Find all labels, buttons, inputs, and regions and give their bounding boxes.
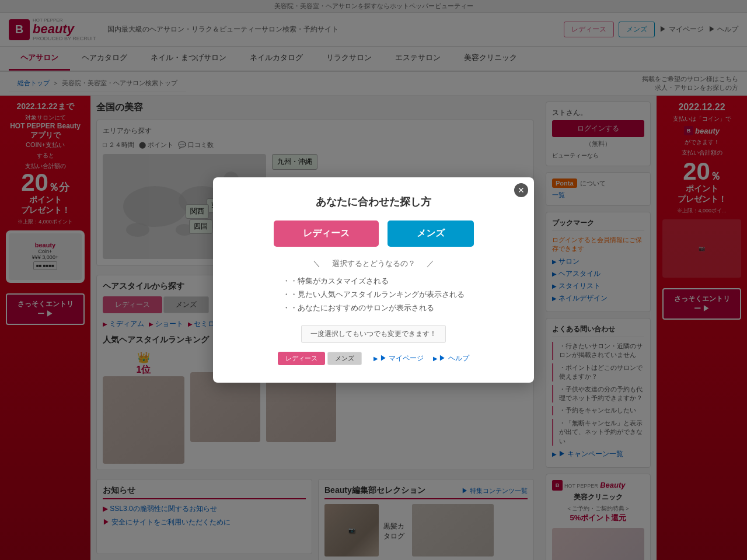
modal-close-button[interactable]: ✕: [514, 183, 528, 197]
footer-help-link[interactable]: ▶ ヘルプ: [433, 354, 469, 363]
footer-mypage-link[interactable]: ▶ マイページ: [374, 354, 424, 363]
modal-info-box: 一度選択してもいつでも変更できます！: [301, 325, 446, 343]
modal-title: あなたに合わせた探し方: [231, 195, 516, 209]
footer-tab-ladies[interactable]: レディース: [278, 352, 325, 365]
modal-feature-2: ・見たい人気ヘアスタイルランキングが表示される: [282, 289, 465, 300]
select-post: ／: [427, 259, 434, 268]
modal-footer-tabs: レディース メンズ: [278, 352, 362, 365]
modal-overlay[interactable]: ✕ あなたに合わせた探し方 レディース メンズ ＼ 選択するとどうなるの？ ／ …: [0, 0, 747, 560]
modal-footer: レディース メンズ ▶ マイページ ▶ ヘルプ: [231, 352, 516, 365]
modal-buttons: レディース メンズ: [231, 220, 516, 247]
modal-feature-3: ・あなたにおすすめのサロンが表示される: [282, 303, 465, 313]
select-pre: ＼: [313, 259, 320, 268]
modal-ladies-button[interactable]: レディース: [274, 220, 379, 247]
modal-features-list: ・特集がカスタマイズされる ・見たい人気ヘアスタイルランキングが表示される ・あ…: [282, 276, 465, 316]
modal-mens-button[interactable]: メンズ: [388, 220, 474, 247]
close-icon: ✕: [518, 186, 525, 195]
modal-footer-links: ▶ マイページ ▶ ヘルプ: [374, 354, 469, 363]
select-main: 選択するとどうなるの？: [332, 259, 416, 268]
gender-selection-modal: ✕ あなたに合わせた探し方 レディース メンズ ＼ 選択するとどうなるの？ ／ …: [213, 177, 534, 383]
footer-tab-mens[interactable]: メンズ: [327, 352, 362, 365]
modal-feature-1: ・特集がカスタマイズされる: [282, 276, 465, 286]
modal-select-description: ＼ 選択するとどうなるの？ ／: [231, 258, 516, 269]
